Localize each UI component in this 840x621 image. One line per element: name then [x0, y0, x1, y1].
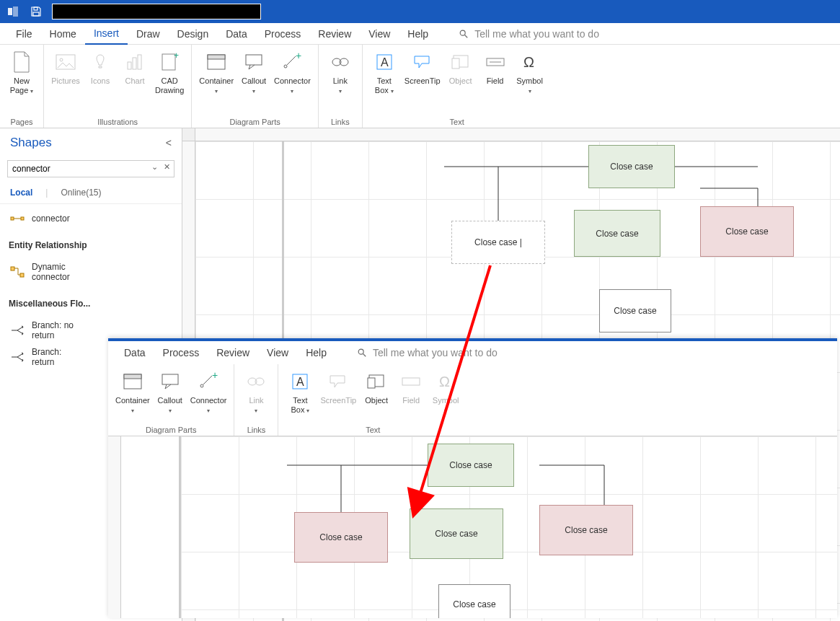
overlay-menu-review[interactable]: Review	[208, 343, 258, 363]
flow-node[interactable]: Close case	[574, 210, 660, 257]
overlay-search-placeholder: Tell me what you want to do	[373, 347, 498, 358]
menu-insert[interactable]: Insert	[85, 23, 128, 45]
overlay-menu-data[interactable]: Data	[115, 343, 154, 363]
svg-text:Ω: Ω	[439, 374, 450, 389]
svg-line-37	[17, 357, 23, 361]
menu-draw[interactable]: Draw	[128, 24, 169, 44]
flow-node[interactable]: Close case	[294, 512, 388, 563]
save-icon[interactable]	[29, 4, 43, 19]
overlay-menubar: Data Process Review View Help Tell me wh…	[108, 341, 837, 364]
flow-node-editing[interactable]: Close case |	[451, 221, 545, 264]
menu-home[interactable]: Home	[41, 24, 85, 44]
overlay-menu-view[interactable]: View	[258, 343, 297, 363]
symbol-button[interactable]: Ω Symbol▾	[514, 48, 546, 98]
search-clear-icon[interactable]: ✕	[164, 162, 170, 172]
flow-node[interactable]: Close case	[438, 584, 510, 618]
shapes-list: connector	[0, 204, 182, 233]
menu-design[interactable]: Design	[169, 24, 218, 44]
flow-node[interactable]: Close case	[700, 206, 794, 257]
category-entity-relationship: Entity Relationship	[0, 233, 182, 253]
link-button[interactable]: Link▾	[324, 48, 356, 98]
menu-help[interactable]: Help	[399, 24, 437, 44]
connector-icon: +	[197, 370, 220, 393]
field-button[interactable]: Field	[479, 48, 511, 89]
new-page-button[interactable]: NewPage ▾	[6, 48, 37, 98]
icons-button: Icons	[84, 48, 116, 89]
field-icon	[484, 50, 507, 74]
icons-icon	[89, 50, 112, 74]
group-label-links: Links	[324, 116, 356, 126]
link-icon	[329, 50, 352, 74]
svg-text:+: +	[296, 52, 301, 61]
dynamic-connector-icon	[10, 266, 25, 278]
svg-rect-30	[11, 267, 14, 270]
group-label-pages: Pages	[6, 116, 37, 126]
flow-node[interactable]: Close case	[410, 508, 503, 559]
screentip-button[interactable]: ScreenTip	[403, 48, 442, 89]
svg-rect-8	[128, 62, 131, 69]
overlay-tell-me-search[interactable]: Tell me what you want to do	[357, 347, 498, 358]
flow-node[interactable]: Close case	[588, 145, 675, 188]
flow-node[interactable]: Close case	[599, 289, 671, 332]
overlay-callout-button[interactable]: Callout▾	[154, 367, 186, 418]
overlay-connector-button[interactable]: + Connector▾	[189, 367, 229, 418]
tab-online[interactable]: Online(15)	[61, 188, 101, 198]
connector-button[interactable]: + Connector▾	[273, 48, 312, 98]
svg-text:A: A	[296, 376, 304, 388]
group-label-illustrations: Illustrations	[50, 116, 185, 126]
symbol-icon: Ω	[518, 50, 541, 74]
pictures-icon	[54, 50, 77, 74]
shapes-search-input[interactable]	[7, 160, 174, 177]
category-misc-flow: Miscellaneous Flo...	[0, 291, 182, 312]
group-label-diagram-parts: Diagram Parts	[198, 116, 311, 126]
container-icon	[121, 370, 144, 393]
svg-line-34	[17, 330, 23, 334]
flow-node[interactable]: Close case	[539, 505, 633, 555]
overlay-container-button[interactable]: Container▾	[114, 367, 151, 418]
object-icon	[365, 370, 388, 393]
overlay-symbol-button: Ω Symbol▾	[430, 367, 461, 418]
callout-button[interactable]: Callout▾	[238, 48, 270, 98]
overlay-menu-process[interactable]: Process	[154, 343, 208, 363]
svg-text:Ω: Ω	[523, 54, 534, 70]
menu-process[interactable]: Process	[256, 24, 310, 44]
menu-review[interactable]: Review	[309, 24, 360, 44]
link-icon	[244, 370, 268, 393]
svg-line-33	[17, 327, 23, 330]
container-button[interactable]: Container▾	[198, 48, 235, 98]
svg-rect-47	[162, 374, 178, 384]
shape-connector[interactable]: connector	[9, 210, 173, 227]
screentip-icon	[411, 50, 434, 74]
connector-icon: +	[280, 50, 304, 74]
shapes-tabs: Local | Online(15)	[0, 182, 182, 204]
menu-view[interactable]: View	[360, 24, 399, 44]
field-icon	[399, 370, 423, 393]
shape-dynamic-connector[interactable]: Dynamicconnector	[9, 259, 173, 286]
tab-local[interactable]: Local	[10, 188, 32, 198]
ribbon-group-text: A TextBox ▾ ScreenTip Object Field Ω Sym…	[363, 45, 552, 128]
text-box-button[interactable]: A TextBox ▾	[368, 48, 400, 98]
flow-node[interactable]: Close case	[428, 444, 514, 487]
overlay-ruler-left	[108, 436, 121, 618]
shapes-title: Shapes	[10, 136, 52, 150]
menu-file[interactable]: File	[7, 24, 41, 44]
svg-rect-6	[56, 55, 75, 69]
svg-line-36	[17, 353, 23, 357]
cad-drawing-button[interactable]: + CADDrawing	[154, 48, 185, 98]
svg-rect-27	[11, 217, 14, 220]
tell-me-search[interactable]: Tell me what you want to do	[459, 28, 599, 40]
search-dropdown-icon[interactable]: ⌄	[151, 162, 158, 172]
svg-rect-46	[124, 374, 141, 379]
ruler-corner	[182, 128, 195, 141]
collapse-icon[interactable]: <	[166, 137, 172, 149]
overlay-canvas[interactable]: Close case Close case Close case Close c…	[108, 436, 837, 618]
menu-data[interactable]: Data	[217, 24, 256, 44]
symbol-icon: Ω	[434, 370, 457, 393]
search-icon	[357, 348, 367, 358]
cad-icon: +	[158, 50, 181, 74]
overlay-text-box-button[interactable]: A TextBox ▾	[284, 367, 316, 418]
screentip-icon	[327, 370, 350, 393]
pictures-button: Pictures	[50, 48, 81, 89]
overlay-menu-help[interactable]: Help	[297, 343, 335, 363]
overlay-object-button[interactable]: Object	[361, 367, 392, 408]
